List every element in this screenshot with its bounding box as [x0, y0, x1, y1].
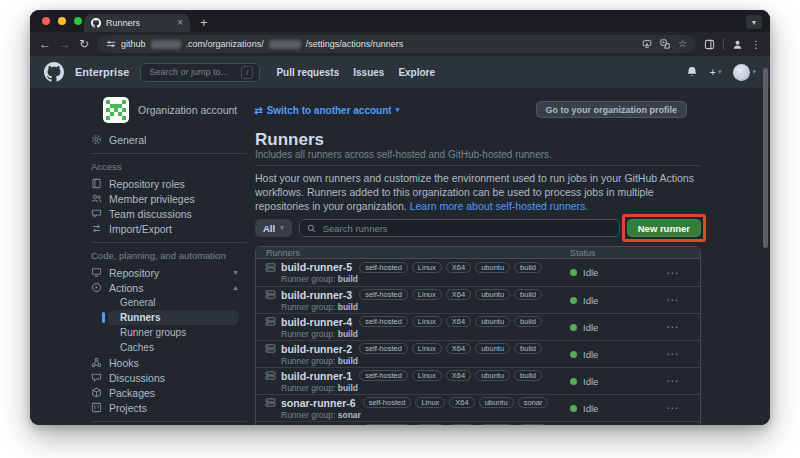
runners-description: Host your own runners and customize the … — [255, 171, 701, 213]
runner-search-input[interactable] — [321, 222, 612, 235]
github-search-input[interactable] — [147, 66, 237, 78]
row-menu-button[interactable]: ⋯ — [666, 401, 700, 415]
tune-icon[interactable] — [106, 39, 116, 49]
status-label: Idle — [583, 267, 598, 278]
tab-close-icon[interactable]: × — [177, 18, 183, 28]
server-icon — [265, 262, 276, 273]
sidebar-item-runners[interactable]: Runners — [108, 310, 239, 325]
runner-name[interactable]: sonar-runner-6 — [281, 397, 356, 409]
org-account-label: Organization account — [138, 104, 237, 116]
sidebar-item-projects[interactable]: Projects — [85, 400, 247, 415]
sidebar-item-packages[interactable]: Packages — [85, 385, 247, 400]
runner-label-badge: sonar — [518, 397, 549, 408]
column-header-runners: Runners — [256, 248, 570, 258]
table-row[interactable]: build-runner-1 self-hostedLinuxX64ubuntu… — [256, 367, 700, 394]
sidebar-item-caches[interactable]: Caches — [85, 340, 247, 355]
runner-search-box[interactable] — [299, 219, 620, 237]
translate-icon[interactable] — [660, 39, 670, 49]
status-dot — [570, 378, 577, 385]
user-menu[interactable]: ▾ — [733, 64, 756, 81]
runner-label-badge: self-hosted — [359, 316, 408, 327]
status-label: Idle — [583, 322, 598, 333]
status-dot — [570, 297, 577, 304]
new-runner-button[interactable]: New runner — [627, 219, 701, 237]
row-menu-button[interactable]: ⋯ — [666, 320, 700, 334]
sidebar-item-repository[interactable]: Repository▼ — [85, 265, 247, 280]
reload-icon[interactable]: ↻ — [79, 38, 89, 50]
swap-icon — [91, 223, 102, 234]
server-icon — [265, 424, 276, 425]
send-to-device-icon[interactable] — [642, 39, 652, 49]
page-subtitle: Includes all runners across self-hosted … — [255, 149, 701, 160]
runner-name[interactable]: build-runner-2 — [281, 343, 352, 355]
sidebar-item-import-export[interactable]: Import/Export — [85, 221, 247, 236]
github-logo-icon[interactable] — [44, 62, 64, 82]
table-row[interactable]: build-runner-5 self-hostedLinuxX64ubuntu… — [256, 259, 700, 286]
sidebar-divider — [91, 421, 247, 422]
sidebar-item-repository-roles[interactable]: Repository roles — [85, 176, 247, 191]
row-menu-button[interactable]: ⋯ — [666, 347, 700, 361]
table-row[interactable]: sonar-runner-7 self-hostedLinuxX64ubuntu… — [256, 421, 700, 425]
maximize-window-icon[interactable] — [74, 17, 82, 25]
filter-all-dropdown[interactable]: All▾ — [255, 219, 292, 237]
table-row[interactable]: sonar-runner-6 self-hostedLinuxX64ubuntu… — [256, 394, 700, 421]
sidebar-item-team-discussions[interactable]: Team discussions — [85, 206, 247, 221]
sidebar-item-label: Packages — [109, 387, 155, 399]
org-avatar[interactable] — [103, 97, 129, 123]
bell-icon[interactable] — [686, 66, 698, 78]
runner-name[interactable]: build-runner-5 — [281, 261, 352, 273]
runner-name[interactable]: build-runner-1 — [281, 370, 352, 382]
runner-label-badge: X64 — [446, 370, 471, 381]
runner-label-badge: ubuntu — [475, 370, 510, 381]
runner-group: Runner group: build — [265, 383, 570, 393]
new-tab-button[interactable]: + — [200, 16, 208, 29]
browser-toolbar: ← → ↻ github .com/organizations/ /settin… — [30, 32, 770, 56]
github-search-box[interactable]: / — [140, 63, 260, 82]
tab-search-chevron-icon[interactable]: ▼ — [746, 15, 762, 29]
server-icon — [265, 397, 276, 408]
switch-account-link[interactable]: ⇄ Switch to another account ▾ — [254, 105, 399, 116]
row-menu-button[interactable]: ⋯ — [666, 374, 700, 388]
profile-icon[interactable] — [732, 39, 743, 50]
server-icon — [265, 343, 276, 354]
side-panel-icon[interactable] — [704, 39, 715, 50]
nav-explore[interactable]: Explore — [398, 67, 435, 78]
scrollbar-thumb[interactable] — [763, 68, 768, 248]
book-icon — [91, 178, 102, 189]
sidebar-item-actions[interactable]: Actions▲ — [85, 280, 247, 295]
sidebar-item-discussions[interactable]: Discussions — [85, 370, 247, 385]
table-row[interactable]: build-runner-4 self-hostedLinuxX64ubuntu… — [256, 313, 700, 340]
runner-name[interactable]: build-runner-4 — [281, 316, 352, 328]
forward-icon[interactable]: → — [59, 38, 71, 50]
row-menu-button[interactable]: ⋯ — [666, 293, 700, 307]
table-row[interactable]: build-runner-3 self-hostedLinuxX64ubuntu… — [256, 286, 700, 313]
runners-table: Runners Status build-runner-5 self-hoste… — [255, 246, 701, 425]
status-label: Idle — [583, 295, 598, 306]
learn-more-link[interactable]: Learn more about self-hosted runners. — [410, 200, 589, 212]
sidebar-item-runner-groups[interactable]: Runner groups — [85, 325, 247, 340]
sidebar-item-member-privileges[interactable]: Member privileges — [85, 191, 247, 206]
row-menu-button[interactable]: ⋯ — [666, 266, 700, 280]
runner-label-badge: Linux — [412, 343, 442, 354]
bookmark-star-icon[interactable]: ☆ — [678, 39, 687, 49]
slash-shortcut-badge: / — [241, 66, 253, 79]
back-icon[interactable]: ← — [39, 38, 51, 50]
sidebar-section-code-planning-and-automation: Code, planning, and automation — [85, 250, 247, 261]
gear-icon — [91, 134, 102, 145]
browser-tab[interactable]: Runners × — [84, 14, 190, 32]
sidebar-item-general[interactable]: General — [85, 132, 247, 147]
nav-pull-requests[interactable]: Pull requests — [276, 67, 339, 78]
minimize-window-icon[interactable] — [58, 17, 66, 25]
project-icon — [91, 402, 102, 413]
close-window-icon[interactable] — [42, 17, 50, 25]
runner-name[interactable]: sonar-runner-7 — [281, 424, 356, 426]
runner-name[interactable]: build-runner-3 — [281, 289, 352, 301]
nav-issues[interactable]: Issues — [353, 67, 384, 78]
create-new-button[interactable]: +▾ — [710, 66, 722, 78]
table-row[interactable]: build-runner-2 self-hostedLinuxX64ubuntu… — [256, 340, 700, 367]
go-to-org-profile-button[interactable]: Go to your organization profile — [536, 101, 688, 118]
address-bar[interactable]: github .com/organizations/ /settings/act… — [97, 35, 696, 53]
sidebar-item-general[interactable]: General — [85, 295, 247, 310]
browser-menu-icon[interactable]: ⋮ — [751, 39, 761, 50]
sidebar-item-hooks[interactable]: Hooks — [85, 355, 247, 370]
